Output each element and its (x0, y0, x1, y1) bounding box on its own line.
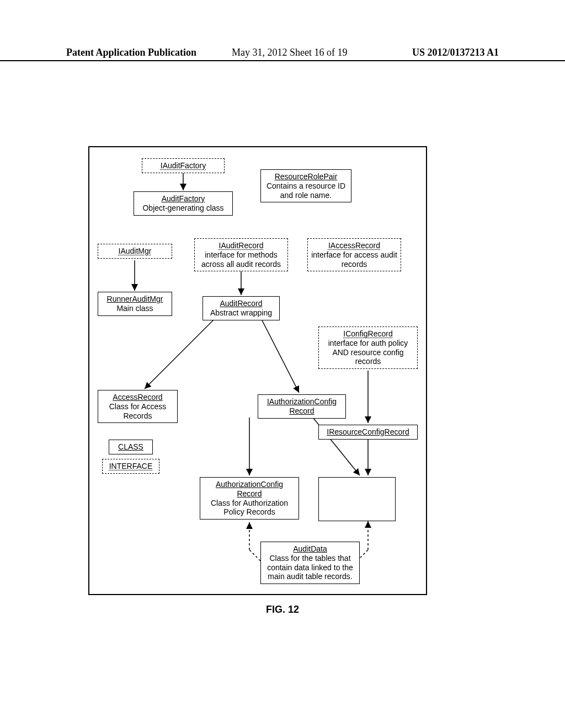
iresourceconfigrecord-title: IResourceConfigRecord (327, 427, 409, 436)
authconfigrecord-box: AuthorizationConfig Record Class for Aut… (200, 477, 299, 520)
iresourceconfigrecord-box: IResourceConfigRecord (318, 425, 418, 440)
auditrecord-desc: Abstract wrapping (210, 308, 272, 317)
accessrecord-box: AccessRecord Class for Access Records (98, 390, 178, 423)
auditrecord-box: AuditRecord Abstract wrapping (202, 296, 280, 320)
page-header: Patent Application Publication May 31, 2… (0, 47, 565, 61)
resourcerolepair-title: ResourceRolePair (275, 172, 338, 181)
legend-class-label: CLASS (118, 442, 143, 451)
runnerauditmgr-desc: Main class (116, 304, 153, 313)
accessrecord-title: AccessRecord (113, 393, 162, 402)
iconfigrecord-title: IConfigRecord (343, 329, 393, 338)
iauditrecord-box: IAuditRecord interface for methods acros… (194, 238, 288, 271)
svg-line-3 (145, 317, 216, 389)
header-right: US 2012/0137213 A1 (412, 47, 499, 58)
header-left: Patent Application Publication (66, 47, 196, 58)
svg-line-10 (249, 550, 260, 561)
runnerauditmgr-box: RunnerAuditMgr Main class (98, 292, 172, 316)
iaccessrecord-desc: interface for access audit records (311, 250, 397, 269)
legend-interface-label: INTERFACE (109, 462, 153, 470)
svg-line-4 (260, 317, 299, 393)
authconfigrecord-desc: Class for Authorization Policy Records (211, 499, 288, 517)
iauthconfigrecord-box: IAuthorizationConfig Record (258, 394, 346, 419)
legend-class-box: CLASS (109, 440, 153, 454)
iaccessrecord-box: IAccessRecord interface for access audit… (307, 238, 401, 271)
authconfigrecord-title: AuthorizationConfig Record (216, 480, 283, 498)
iauthconfigrecord-title: IAuthorizationConfig Record (267, 397, 337, 415)
diagram-frame: IAuditFactory ResourceRolePair Contains … (88, 146, 427, 595)
iauditmgr-box: IAuditMgr (98, 244, 172, 259)
iaccessrecord-title: IAccessRecord (328, 241, 380, 250)
accessrecord-desc: Class for Access Records (109, 402, 166, 420)
auditfactory-box: AuditFactory Object-generating class (134, 191, 233, 216)
auditdata-desc: Class for the tables that contain data l… (267, 554, 353, 581)
iauditmgr-title: IAuditMgr (119, 247, 152, 255)
auditdata-title: AuditData (293, 544, 327, 553)
auditdata-box: AuditData Class for the tables that cont… (260, 542, 360, 584)
figure-caption: FIG. 12 (0, 604, 565, 615)
iauditrecord-title: IAuditRecord (219, 241, 264, 250)
blank-class-box (318, 477, 396, 521)
resourcerolepair-desc: Contains a resource ID and role name. (266, 181, 345, 200)
auditfactory-title: AuditFactory (162, 194, 205, 203)
iauditrecord-desc: interface for methods across all audit r… (201, 250, 281, 269)
resourcerolepair-box: ResourceRolePair Contains a resource ID … (260, 169, 351, 202)
header-mid: May 31, 2012 Sheet 16 of 19 (232, 47, 347, 58)
runnerauditmgr-title: RunnerAuditMgr (107, 295, 163, 303)
iconfigrecord-desc: interface for auth policy AND resource c… (328, 339, 408, 366)
auditfactory-desc: Object-generating class (142, 204, 223, 212)
legend-interface-box: INTERFACE (102, 459, 159, 474)
iauditfactory-title: IAuditFactory (161, 161, 206, 170)
iauditfactory-box: IAuditFactory (142, 158, 225, 173)
iconfigrecord-box: IConfigRecord interface for auth policy … (318, 326, 418, 369)
auditrecord-title: AuditRecord (220, 299, 262, 308)
